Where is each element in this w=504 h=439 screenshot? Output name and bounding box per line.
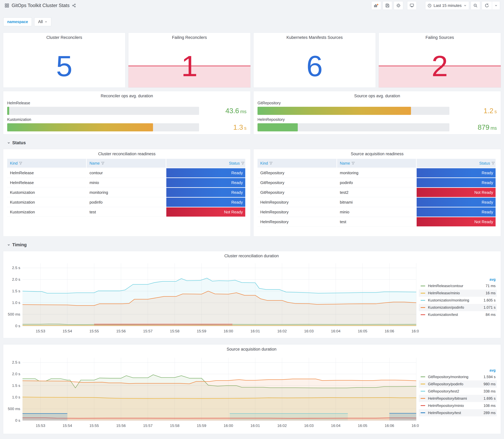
section-header-status[interactable]: Status bbox=[7, 140, 501, 145]
column-header-kind[interactable]: Kind bbox=[7, 159, 86, 168]
variable-namespace-value-dropdown[interactable]: All bbox=[34, 17, 51, 26]
panel-title[interactable]: Cluster Reconcilers bbox=[3, 33, 125, 40]
legend-item-gitrepository-monitoring[interactable]: GitRepository/monitoring1.594 s bbox=[419, 373, 497, 380]
panel-title[interactable]: Reconciler ops avg. duration bbox=[7, 91, 246, 98]
legend-item-kustomization-podinfo[interactable]: Kustomization/podinfo1.071 s bbox=[419, 304, 497, 311]
filter-funnel-icon[interactable] bbox=[270, 162, 272, 165]
table-header-row: KindNameStatus bbox=[7, 159, 245, 168]
table-row: HelmRepositorytestNot Ready bbox=[258, 217, 496, 226]
svg-text:16:07: 16:07 bbox=[411, 424, 419, 428]
chevron-down-icon bbox=[494, 4, 498, 7]
legend-series-name[interactable]: Kustomization/test bbox=[428, 313, 486, 317]
gauge-track bbox=[7, 107, 199, 115]
panel-title[interactable]: Kubernetes Manifests Sources bbox=[254, 33, 376, 40]
dashboard-settings-button[interactable] bbox=[394, 1, 403, 10]
cell-status: Ready bbox=[417, 207, 496, 217]
legend-series-name[interactable]: HelmRepository/bitnami bbox=[428, 396, 483, 401]
cell-status: Ready bbox=[417, 168, 496, 177]
bar-gauge-helmrelease: 43.6ms bbox=[7, 107, 246, 115]
panel-title[interactable]: Failing Sources bbox=[379, 33, 501, 40]
legend-avg-header[interactable]: avg bbox=[419, 277, 497, 282]
section-title: Timing bbox=[12, 242, 27, 247]
filter-funnel-icon[interactable] bbox=[241, 162, 244, 165]
chart-body: 15:5315:5415:5515:5615:5715:5815:5916:00… bbox=[4, 352, 499, 432]
share-icon[interactable] bbox=[72, 3, 76, 8]
legend-series-name[interactable]: GitRepository/podinfo bbox=[428, 382, 483, 386]
legend-item-helmrepository-bitnami[interactable]: HelmRepository/bitnami1.695 s bbox=[419, 395, 497, 402]
legend-item-helmrelease-contour[interactable]: HelmRelease/contour71 ms bbox=[419, 282, 497, 290]
section-header-timing[interactable]: Timing bbox=[7, 242, 501, 247]
legend-series-name[interactable]: HelmRepository/minio bbox=[428, 403, 483, 408]
panel-title[interactable]: Cluster reconciliation duration bbox=[4, 251, 499, 258]
legend-item-helmrepository-minio[interactable]: HelmRepository/minio108 ms bbox=[419, 402, 497, 409]
panel-title[interactable]: Failing Reconcilers bbox=[128, 33, 250, 40]
gauge-panel-source-ops-avg-duration: Source ops avg. durationGitRepository1.2… bbox=[253, 91, 501, 134]
panel-title[interactable]: Source ops avg. duration bbox=[258, 91, 497, 98]
legend-item-kustomization-monitoring[interactable]: Kustomization/monitoring1.605 s bbox=[419, 297, 497, 304]
svg-text:16:07: 16:07 bbox=[411, 329, 419, 333]
gauge-fill bbox=[7, 107, 9, 115]
panel-title[interactable]: Cluster reconciliation readiness bbox=[7, 149, 246, 156]
refresh-icon bbox=[485, 3, 489, 8]
tv-mode-button[interactable] bbox=[407, 1, 417, 10]
svg-text:1.0 s: 1.0 s bbox=[12, 395, 20, 399]
stat-panel-failing-sources: Failing Sources2 bbox=[379, 33, 501, 88]
series-color-dash bbox=[421, 314, 425, 315]
refresh-interval-dropdown[interactable] bbox=[492, 1, 500, 10]
table-panel-source-acquisition-readiness: Source acquisition readinessKindNameStat… bbox=[253, 149, 501, 236]
svg-text:2.0 s: 2.0 s bbox=[12, 372, 20, 376]
table-row: HelmReleasecontourReady bbox=[7, 168, 245, 177]
stat-panel-kubernetes-manifests-sources: Kubernetes Manifests Sources6 bbox=[253, 33, 376, 88]
zoom-out-button[interactable] bbox=[471, 1, 480, 10]
time-series-plot[interactable]: 15:5315:5415:5515:5615:5715:5815:5916:00… bbox=[4, 260, 419, 334]
bar-gauge-gitrepository: 1.2s bbox=[258, 107, 497, 115]
save-dashboard-button[interactable] bbox=[383, 1, 392, 10]
legend-series-name[interactable]: HelmRepository/test bbox=[428, 411, 483, 415]
add-panel-button[interactable] bbox=[371, 1, 381, 10]
legend-series-name[interactable]: HelmRelease/minio bbox=[428, 291, 486, 295]
cell-kind: HelmRepository bbox=[258, 198, 336, 207]
legend-item-helmrelease-minio[interactable]: HelmRelease/minio16 ms bbox=[419, 290, 497, 297]
svg-text:15:53: 15:53 bbox=[36, 424, 45, 428]
svg-text:16:06: 16:06 bbox=[385, 424, 394, 428]
legend-avg-header[interactable]: avg bbox=[419, 367, 497, 373]
series-color-dash bbox=[421, 307, 425, 308]
zoom-out-icon bbox=[473, 3, 478, 8]
legend-item-kustomization-test[interactable]: Kustomization/test84 ms bbox=[419, 311, 497, 318]
column-header-kind[interactable]: Kind bbox=[258, 159, 336, 168]
column-header-status[interactable]: Status bbox=[417, 159, 496, 168]
cell-name: minio bbox=[87, 178, 166, 187]
legend-series-name[interactable]: GitRepository/test2 bbox=[428, 389, 483, 393]
dashboard-grid-icon[interactable] bbox=[5, 3, 9, 8]
refresh-button[interactable] bbox=[482, 1, 492, 10]
svg-text:16:04: 16:04 bbox=[331, 424, 340, 428]
column-header-name[interactable]: Name bbox=[87, 159, 166, 168]
legend-series-name[interactable]: GitRepository/monitoring bbox=[428, 375, 483, 379]
legend-avg-value: 1.594 s bbox=[483, 375, 496, 379]
variable-namespace-label[interactable]: namespace bbox=[3, 17, 32, 26]
filter-funnel-icon[interactable] bbox=[492, 162, 495, 165]
series-fill-kustomization-test bbox=[94, 324, 233, 326]
dashboard-navbar: GitOps Toolkit Cluster Stats bbox=[0, 0, 504, 10]
filter-funnel-icon[interactable] bbox=[101, 162, 104, 165]
legend-item-gitrepository-test2[interactable]: GitRepository/test2338 ms bbox=[419, 388, 497, 395]
series-color-dash bbox=[421, 398, 425, 399]
legend-series-name[interactable]: HelmRelease/contour bbox=[428, 284, 486, 288]
time-series-plot[interactable]: 15:5315:5415:5515:5615:5715:5815:5916:00… bbox=[4, 355, 419, 429]
filter-funnel-icon[interactable] bbox=[352, 162, 355, 165]
legend-item-helmrepository-test[interactable]: HelmRepository/test289 ms bbox=[419, 409, 497, 416]
legend-item-gitrepository-podinfo[interactable]: GitRepository/podinfo980 ms bbox=[419, 380, 497, 388]
filter-funnel-icon[interactable] bbox=[19, 162, 22, 165]
column-header-name[interactable]: Name bbox=[337, 159, 416, 168]
time-range-picker[interactable]: Last 15 minutes bbox=[425, 1, 469, 10]
table-row: HelmRepositorybitnamiReady bbox=[258, 198, 496, 207]
svg-text:15:55: 15:55 bbox=[89, 424, 99, 428]
legend-series-name[interactable]: Kustomization/monitoring bbox=[428, 298, 483, 302]
panel-title[interactable]: Source acquisition readiness bbox=[258, 149, 497, 156]
column-header-status[interactable]: Status bbox=[166, 159, 245, 168]
legend-series-name[interactable]: Kustomization/podinfo bbox=[428, 305, 483, 310]
cell-name: minio bbox=[337, 207, 416, 217]
panel-title[interactable]: Source acquisition duration bbox=[4, 344, 499, 352]
gauge-panel-reconciler-ops-avg-duration: Reconciler ops avg. durationHelmRelease4… bbox=[3, 91, 251, 134]
svg-text:16:00: 16:00 bbox=[223, 424, 233, 428]
